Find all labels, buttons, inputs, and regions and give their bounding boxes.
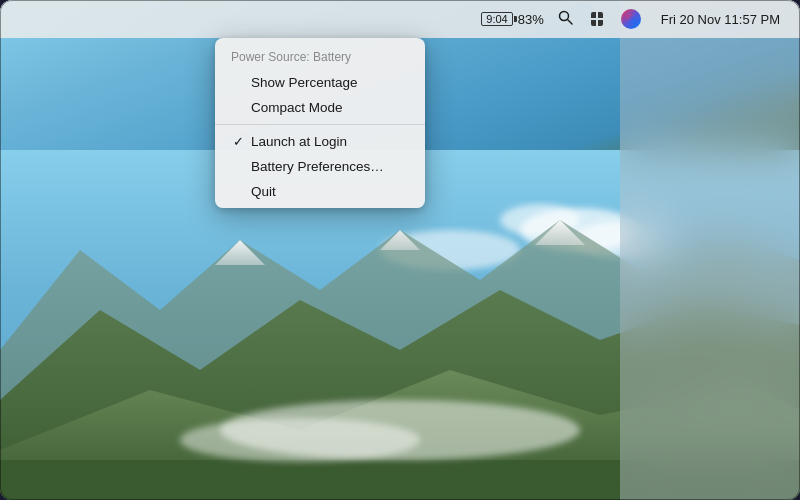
menu-item-compact-mode[interactable]: Compact Mode (215, 95, 425, 120)
menu-bar-items: 9:04 83% (481, 7, 780, 31)
compact-mode-label: Compact Mode (251, 100, 409, 115)
battery-preferences-label: Battery Preferences… (251, 159, 409, 174)
menu-separator-1 (215, 124, 425, 125)
datetime-label: Fri 20 Nov 11:57 PM (661, 12, 780, 27)
launch-at-login-label: Launch at Login (251, 134, 409, 149)
battery-time-label: 9:04 (486, 13, 507, 25)
quit-label: Quit (251, 184, 409, 199)
battery-icon: 9:04 (481, 12, 512, 26)
dropdown-menu: Power Source: Battery Show Percentage Co… (215, 38, 425, 208)
battery-percentage-label: 83% (518, 12, 544, 27)
show-percentage-label: Show Percentage (251, 75, 409, 90)
launch-at-login-checkmark: ✓ (231, 134, 245, 149)
menu-item-battery-preferences[interactable]: Battery Preferences… (215, 154, 425, 179)
search-icon[interactable] (554, 8, 577, 31)
svg-point-14 (559, 11, 568, 20)
right-blur-overlay (620, 0, 800, 500)
screen-frame: 9:04 83% (0, 0, 800, 500)
svg-point-16 (626, 14, 636, 24)
menu-item-launch-at-login[interactable]: ✓ Launch at Login (215, 129, 425, 154)
menu-item-quit[interactable]: Quit (215, 179, 425, 204)
menu-bar: 9:04 83% (0, 0, 800, 38)
menu-header: Power Source: Battery (215, 42, 425, 70)
battery-indicator[interactable]: 9:04 83% (481, 12, 543, 27)
control-center-icon[interactable] (587, 9, 607, 29)
siri-icon[interactable] (617, 7, 645, 31)
svg-line-15 (568, 20, 572, 24)
menu-item-show-percentage[interactable]: Show Percentage (215, 70, 425, 95)
svg-point-13 (180, 418, 420, 462)
